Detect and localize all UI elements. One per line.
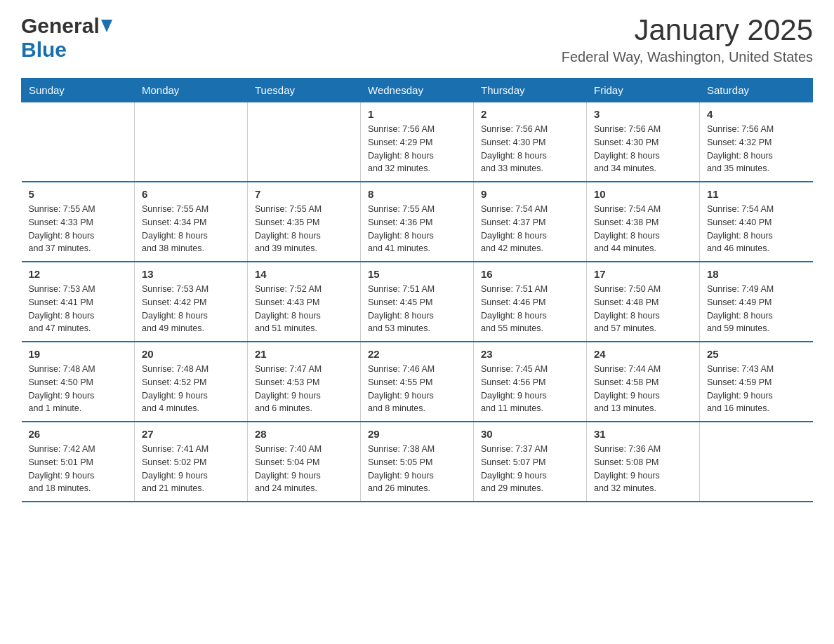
calendar-week-row: 26Sunrise: 7:42 AM Sunset: 5:01 PM Dayli… — [22, 422, 813, 502]
day-info: Sunrise: 7:53 AM Sunset: 4:42 PM Dayligh… — [142, 283, 240, 335]
month-title: January 2025 — [562, 14, 813, 46]
calendar-cell: 10Sunrise: 7:54 AM Sunset: 4:38 PM Dayli… — [587, 182, 700, 262]
calendar-cell: 9Sunrise: 7:54 AM Sunset: 4:37 PM Daylig… — [474, 182, 587, 262]
day-number: 8 — [368, 188, 466, 200]
day-number: 1 — [368, 108, 466, 120]
day-info: Sunrise: 7:48 AM Sunset: 4:52 PM Dayligh… — [142, 363, 240, 415]
day-number: 28 — [255, 428, 353, 440]
day-info: Sunrise: 7:49 AM Sunset: 4:49 PM Dayligh… — [707, 283, 806, 335]
day-number: 25 — [707, 348, 806, 360]
day-info: Sunrise: 7:55 AM Sunset: 4:35 PM Dayligh… — [255, 203, 353, 255]
day-number: 7 — [255, 188, 353, 200]
day-info: Sunrise: 7:52 AM Sunset: 4:43 PM Dayligh… — [255, 283, 353, 335]
day-number: 5 — [29, 188, 128, 200]
day-info: Sunrise: 7:41 AM Sunset: 5:02 PM Dayligh… — [142, 443, 240, 495]
day-number: 16 — [481, 268, 579, 280]
calendar-cell: 20Sunrise: 7:48 AM Sunset: 4:52 PM Dayli… — [135, 342, 248, 422]
day-info: Sunrise: 7:44 AM Sunset: 4:58 PM Dayligh… — [594, 363, 692, 415]
calendar-cell: 19Sunrise: 7:48 AM Sunset: 4:50 PM Dayli… — [22, 342, 135, 422]
day-number: 9 — [481, 188, 579, 200]
logo-blue-text: Blue — [21, 38, 67, 61]
logo: General Blue — [21, 14, 112, 62]
calendar-cell: 30Sunrise: 7:37 AM Sunset: 5:07 PM Dayli… — [474, 422, 587, 502]
calendar-cell: 6Sunrise: 7:55 AM Sunset: 4:34 PM Daylig… — [135, 182, 248, 262]
day-number: 13 — [142, 268, 240, 280]
day-of-week-header: Monday — [135, 79, 248, 102]
day-number: 30 — [481, 428, 579, 440]
day-number: 11 — [707, 188, 806, 200]
calendar-cell: 28Sunrise: 7:40 AM Sunset: 5:04 PM Dayli… — [248, 422, 361, 502]
title-area: January 2025 Federal Way, Washington, Un… — [562, 14, 813, 65]
day-of-week-header: Tuesday — [248, 79, 361, 102]
days-of-week-row: SundayMondayTuesdayWednesdayThursdayFrid… — [22, 79, 813, 102]
day-number: 15 — [368, 268, 466, 280]
calendar-cell: 5Sunrise: 7:55 AM Sunset: 4:33 PM Daylig… — [22, 182, 135, 262]
calendar-cell: 4Sunrise: 7:56 AM Sunset: 4:32 PM Daylig… — [700, 102, 813, 182]
calendar-cell: 15Sunrise: 7:51 AM Sunset: 4:45 PM Dayli… — [361, 262, 474, 342]
day-info: Sunrise: 7:56 AM Sunset: 4:30 PM Dayligh… — [481, 123, 579, 175]
day-info: Sunrise: 7:55 AM Sunset: 4:34 PM Dayligh… — [142, 203, 240, 255]
calendar-cell: 23Sunrise: 7:45 AM Sunset: 4:56 PM Dayli… — [474, 342, 587, 422]
calendar-week-row: 19Sunrise: 7:48 AM Sunset: 4:50 PM Dayli… — [22, 342, 813, 422]
day-number: 12 — [29, 268, 128, 280]
day-of-week-header: Saturday — [700, 79, 813, 102]
calendar-cell: 12Sunrise: 7:53 AM Sunset: 4:41 PM Dayli… — [22, 262, 135, 342]
location-title: Federal Way, Washington, United States — [562, 49, 813, 65]
calendar-cell: 26Sunrise: 7:42 AM Sunset: 5:01 PM Dayli… — [22, 422, 135, 502]
calendar-cell: 7Sunrise: 7:55 AM Sunset: 4:35 PM Daylig… — [248, 182, 361, 262]
calendar-cell — [700, 422, 813, 502]
calendar-cell: 3Sunrise: 7:56 AM Sunset: 4:30 PM Daylig… — [587, 102, 700, 182]
header: General Blue January 2025 Federal Way, W… — [21, 14, 813, 65]
day-number: 22 — [368, 348, 466, 360]
day-number: 23 — [481, 348, 579, 360]
day-info: Sunrise: 7:56 AM Sunset: 4:30 PM Dayligh… — [594, 123, 692, 175]
calendar-cell: 25Sunrise: 7:43 AM Sunset: 4:59 PM Dayli… — [700, 342, 813, 422]
calendar-body: 1Sunrise: 7:56 AM Sunset: 4:29 PM Daylig… — [22, 102, 813, 502]
day-info: Sunrise: 7:51 AM Sunset: 4:46 PM Dayligh… — [481, 283, 579, 335]
calendar-cell: 17Sunrise: 7:50 AM Sunset: 4:48 PM Dayli… — [587, 262, 700, 342]
day-info: Sunrise: 7:47 AM Sunset: 4:53 PM Dayligh… — [255, 363, 353, 415]
calendar-table: SundayMondayTuesdayWednesdayThursdayFrid… — [21, 78, 813, 502]
day-of-week-header: Friday — [587, 79, 700, 102]
calendar-cell: 16Sunrise: 7:51 AM Sunset: 4:46 PM Dayli… — [474, 262, 587, 342]
calendar-cell: 18Sunrise: 7:49 AM Sunset: 4:49 PM Dayli… — [700, 262, 813, 342]
day-number: 6 — [142, 188, 240, 200]
day-number: 21 — [255, 348, 353, 360]
day-info: Sunrise: 7:37 AM Sunset: 5:07 PM Dayligh… — [481, 443, 579, 495]
calendar-cell: 27Sunrise: 7:41 AM Sunset: 5:02 PM Dayli… — [135, 422, 248, 502]
calendar-cell: 2Sunrise: 7:56 AM Sunset: 4:30 PM Daylig… — [474, 102, 587, 182]
calendar-week-row: 12Sunrise: 7:53 AM Sunset: 4:41 PM Dayli… — [22, 262, 813, 342]
day-of-week-header: Sunday — [22, 79, 135, 102]
day-info: Sunrise: 7:42 AM Sunset: 5:01 PM Dayligh… — [29, 443, 128, 495]
logo-triangle-icon — [101, 20, 112, 33]
day-of-week-header: Wednesday — [361, 79, 474, 102]
day-number: 3 — [594, 108, 692, 120]
day-info: Sunrise: 7:50 AM Sunset: 4:48 PM Dayligh… — [594, 283, 692, 335]
day-info: Sunrise: 7:54 AM Sunset: 4:40 PM Dayligh… — [707, 203, 806, 255]
day-info: Sunrise: 7:54 AM Sunset: 4:37 PM Dayligh… — [481, 203, 579, 255]
day-number: 4 — [707, 108, 806, 120]
day-info: Sunrise: 7:43 AM Sunset: 4:59 PM Dayligh… — [707, 363, 806, 415]
day-number: 31 — [594, 428, 692, 440]
day-info: Sunrise: 7:56 AM Sunset: 4:29 PM Dayligh… — [368, 123, 466, 175]
day-info: Sunrise: 7:55 AM Sunset: 4:36 PM Dayligh… — [368, 203, 466, 255]
calendar-cell: 13Sunrise: 7:53 AM Sunset: 4:42 PM Dayli… — [135, 262, 248, 342]
day-number: 14 — [255, 268, 353, 280]
day-number: 27 — [142, 428, 240, 440]
calendar-cell — [22, 102, 135, 182]
calendar-cell — [135, 102, 248, 182]
calendar-cell: 24Sunrise: 7:44 AM Sunset: 4:58 PM Dayli… — [587, 342, 700, 422]
day-info: Sunrise: 7:54 AM Sunset: 4:38 PM Dayligh… — [594, 203, 692, 255]
day-of-week-header: Thursday — [474, 79, 587, 102]
day-info: Sunrise: 7:36 AM Sunset: 5:08 PM Dayligh… — [594, 443, 692, 495]
day-number: 17 — [594, 268, 692, 280]
logo-general-text: General — [21, 14, 100, 38]
calendar-cell: 8Sunrise: 7:55 AM Sunset: 4:36 PM Daylig… — [361, 182, 474, 262]
calendar-week-row: 1Sunrise: 7:56 AM Sunset: 4:29 PM Daylig… — [22, 102, 813, 182]
day-info: Sunrise: 7:53 AM Sunset: 4:41 PM Dayligh… — [29, 283, 128, 335]
day-number: 26 — [29, 428, 128, 440]
day-number: 29 — [368, 428, 466, 440]
calendar-week-row: 5Sunrise: 7:55 AM Sunset: 4:33 PM Daylig… — [22, 182, 813, 262]
day-number: 19 — [29, 348, 128, 360]
day-number: 2 — [481, 108, 579, 120]
